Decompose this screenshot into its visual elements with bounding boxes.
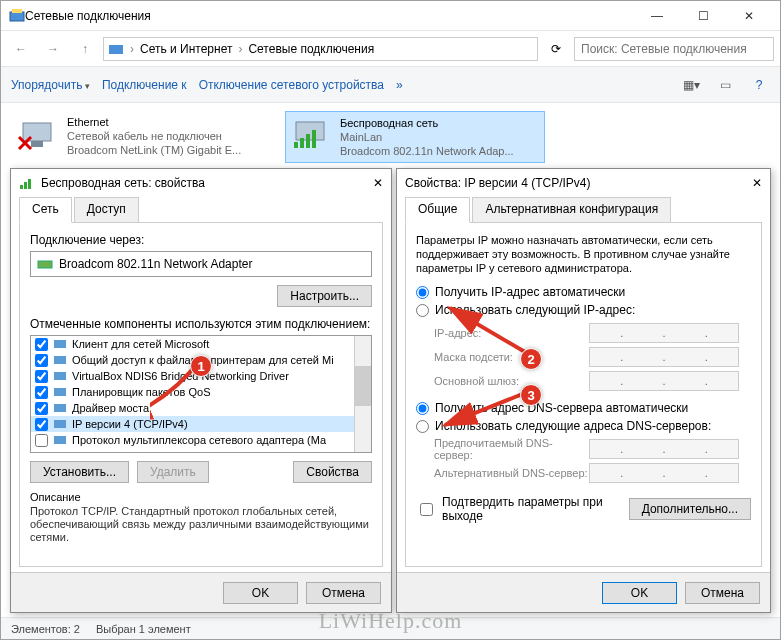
annotation-badge-3: 3: [520, 384, 542, 406]
breadcrumb-part[interactable]: Сеть и Интернет: [140, 42, 232, 56]
components-label: Отмеченные компоненты используются этим …: [30, 317, 372, 331]
item-name: Ethernet: [67, 115, 241, 129]
mask-label: Маска подсети:: [434, 351, 589, 363]
preview-icon[interactable]: ▭: [714, 74, 736, 96]
info-text: Параметры IP можно назначать автоматичес…: [416, 233, 751, 275]
radio-input[interactable]: [416, 286, 429, 299]
component-checkbox[interactable]: [35, 434, 48, 447]
ok-button[interactable]: OK: [602, 582, 677, 604]
wifi-small-icon: [19, 175, 35, 191]
tab-body: Параметры IP можно назначать автоматичес…: [405, 222, 762, 567]
wireless-properties-dialog: Беспроводная сеть: свойства ✕ Сеть Досту…: [10, 168, 392, 613]
component-item[interactable]: Протокол мультиплексора сетевого адаптер…: [31, 432, 371, 448]
view-icon[interactable]: ▦▾: [680, 74, 702, 96]
ethernet-icon: [17, 115, 57, 155]
ipv4-properties-dialog: Свойства: IP версии 4 (TCP/IPv4) ✕ Общие…: [396, 168, 771, 613]
ok-button[interactable]: OK: [223, 582, 298, 604]
tab-access[interactable]: Доступ: [74, 197, 139, 223]
ip-address-input: . . .: [589, 323, 739, 343]
description-title: Описание: [30, 491, 372, 503]
minimize-button[interactable]: —: [634, 1, 680, 31]
component-item[interactable]: Драйвер моста: [31, 400, 371, 416]
breadcrumb[interactable]: › Сеть и Интернет › Сетевые подключения: [103, 37, 538, 61]
item-status: MainLan: [340, 130, 514, 144]
component-checkbox[interactable]: [35, 338, 48, 351]
cancel-button[interactable]: Отмена: [306, 582, 381, 604]
forward-button[interactable]: →: [39, 35, 67, 63]
radio-auto-dns[interactable]: Получить адрес DNS-сервера автоматически: [416, 401, 751, 415]
subnet-mask-input: . . .: [589, 347, 739, 367]
confirm-on-exit[interactable]: Подтвердить параметры при выходе Дополни…: [416, 495, 751, 523]
disable-device-menu[interactable]: Отключение сетевого устройства: [199, 78, 384, 92]
properties-button[interactable]: Свойства: [293, 461, 372, 483]
component-item[interactable]: Клиент для сетей Microsoft: [31, 336, 371, 352]
refresh-button[interactable]: ⟳: [542, 42, 570, 56]
connect-to-menu[interactable]: Подключение к: [102, 78, 187, 92]
up-button[interactable]: ↑: [71, 35, 99, 63]
component-label: Протокол мультиплексора сетевого адаптер…: [72, 434, 326, 446]
scrollbar[interactable]: [354, 336, 371, 452]
dns2-input: . . .: [589, 463, 739, 483]
component-checkbox[interactable]: [35, 386, 48, 399]
radio-input[interactable]: [416, 420, 429, 433]
connect-via-label: Подключение через:: [30, 233, 372, 247]
component-label: VirtualBox NDIS6 Bridged Networking Driv…: [72, 370, 289, 382]
radio-manual-dns[interactable]: Использовать следующие адреса DNS-сервер…: [416, 419, 751, 433]
back-button[interactable]: ←: [7, 35, 35, 63]
help-icon[interactable]: ?: [748, 74, 770, 96]
radio-input[interactable]: [416, 304, 429, 317]
component-icon: [52, 336, 68, 352]
svg-rect-0: [10, 12, 24, 21]
configure-button[interactable]: Настроить...: [277, 285, 372, 307]
component-checkbox[interactable]: [35, 418, 48, 431]
network-item-wireless[interactable]: Беспроводная сеть MainLan Broadcom 802.1…: [285, 111, 545, 163]
cancel-button[interactable]: Отмена: [685, 582, 760, 604]
svg-rect-17: [54, 356, 66, 364]
component-icon: [52, 384, 68, 400]
tab-general[interactable]: Общие: [405, 197, 470, 223]
svg-rect-10: [306, 134, 310, 148]
component-item[interactable]: IP версии 4 (TCP/IPv4): [31, 416, 371, 432]
search-input[interactable]: [574, 37, 774, 61]
tab-network[interactable]: Сеть: [19, 197, 72, 223]
tab-alternative[interactable]: Альтернативная конфигурация: [472, 197, 671, 223]
maximize-button[interactable]: ☐: [680, 1, 726, 31]
dialog-title: Беспроводная сеть: свойства: [41, 176, 205, 190]
svg-rect-13: [24, 182, 27, 189]
titlebar: Сетевые подключения — ☐ ✕: [1, 1, 780, 31]
dns2-label: Альтернативный DNS-сервер:: [434, 467, 589, 479]
component-label: Планировщик пакетов QoS: [72, 386, 211, 398]
dns1-input: . . .: [589, 439, 739, 459]
network-item-ethernet[interactable]: Ethernet Сетевой кабель не подключен Bro…: [13, 111, 273, 163]
organize-menu[interactable]: Упорядочить: [11, 78, 90, 92]
install-button[interactable]: Установить...: [30, 461, 129, 483]
component-checkbox[interactable]: [35, 402, 48, 415]
folder-icon: [108, 41, 124, 57]
component-item[interactable]: Планировщик пакетов QoS: [31, 384, 371, 400]
component-checkbox[interactable]: [35, 354, 48, 367]
radio-manual-ip[interactable]: Использовать следующий IP-адрес:: [416, 303, 751, 317]
status-count: Элементов: 2: [11, 623, 80, 635]
close-icon[interactable]: ✕: [752, 176, 762, 190]
gateway-input: . . .: [589, 371, 739, 391]
close-button[interactable]: ✕: [726, 1, 772, 31]
component-checkbox[interactable]: [35, 370, 48, 383]
radio-auto-ip[interactable]: Получить IP-адрес автоматически: [416, 285, 751, 299]
close-icon[interactable]: ✕: [373, 176, 383, 190]
svg-rect-11: [312, 130, 316, 148]
component-list[interactable]: Клиент для сетей MicrosoftОбщий доступ к…: [30, 335, 372, 453]
status-selected: Выбран 1 элемент: [96, 623, 191, 635]
svg-rect-2: [109, 45, 123, 54]
component-icon: [52, 416, 68, 432]
advanced-button[interactable]: Дополнительно...: [629, 498, 751, 520]
ip-label: IP-адрес:: [434, 327, 589, 339]
radio-input[interactable]: [416, 402, 429, 415]
component-icon: [52, 432, 68, 448]
checkbox-input[interactable]: [420, 503, 433, 516]
dialog-titlebar: Свойства: IP версии 4 (TCP/IPv4) ✕: [397, 169, 770, 197]
content-area: Ethernet Сетевой кабель не подключен Bro…: [1, 103, 780, 171]
annotation-badge-2: 2: [520, 348, 542, 370]
component-icon: [52, 368, 68, 384]
svg-rect-9: [300, 138, 304, 148]
breadcrumb-part[interactable]: Сетевые подключения: [248, 42, 374, 56]
